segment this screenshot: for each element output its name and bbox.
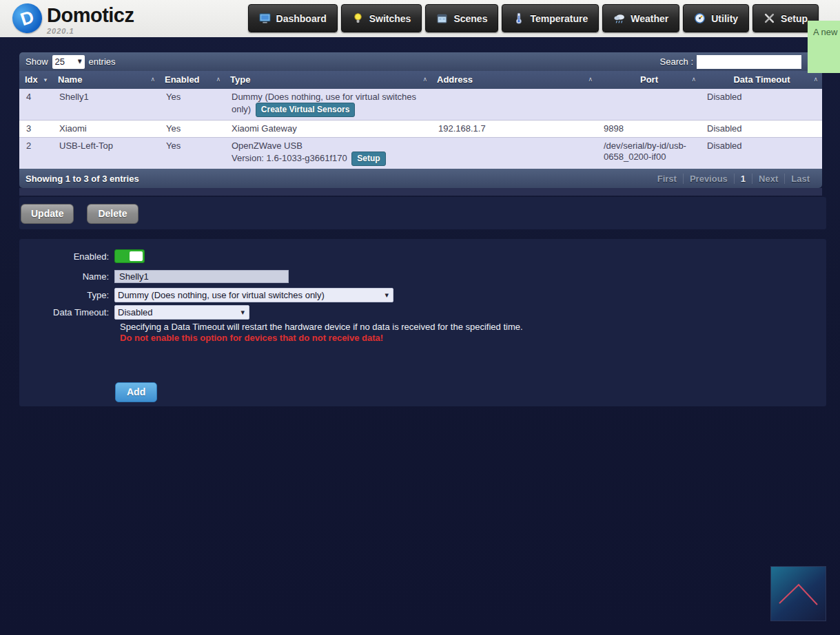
new-version-notification[interactable]: A new Version xyxy=(808,21,840,73)
name-label: Name: xyxy=(19,271,114,282)
data-timeout-label: Data Timeout: xyxy=(19,307,114,318)
nav-utility[interactable]: Utility xyxy=(683,4,749,32)
sort-asc-icon: ∧ xyxy=(588,76,593,83)
cell-data-timeout: Disabled xyxy=(700,89,822,120)
cell-address: 192.168.1.7 xyxy=(431,121,597,137)
search-input[interactable] xyxy=(697,55,801,69)
pagination-page-1[interactable]: 1 xyxy=(735,174,752,184)
update-button[interactable]: Update xyxy=(21,204,74,224)
cell-type: OpenZWave USB Version: 1.6-1033-g3661f17… xyxy=(225,138,431,169)
type-select[interactable]: Dummy (Does nothing, use for virtual swi… xyxy=(115,289,393,302)
setup-tools-icon xyxy=(764,12,775,24)
domoticz-logo-icon: D xyxy=(8,0,45,37)
scroll-to-top-button[interactable] xyxy=(770,566,826,621)
cell-idx: 4 xyxy=(19,89,52,120)
column-header-enabled[interactable]: Enabled ∧ xyxy=(159,71,225,89)
type-label: Type: xyxy=(19,290,114,300)
main-nav: Dashboard Switches Scenes Temperature We… xyxy=(248,4,819,32)
data-timeout-help: Specifying a Data Timeout will restart t… xyxy=(120,322,826,333)
cell-port xyxy=(597,89,700,120)
dashboard-icon xyxy=(259,12,271,24)
setup-button[interactable]: Setup xyxy=(351,152,385,166)
show-label: Show xyxy=(25,56,48,67)
cell-port: /dev/serial/by-id/usb-0658_0200-if00 xyxy=(597,138,700,169)
column-header-name[interactable]: Name ∧ xyxy=(52,71,159,89)
data-timeout-select[interactable]: Disabled xyxy=(115,306,249,319)
sort-asc-icon: ∧ xyxy=(422,76,427,83)
page-size-select-wrap: 25 ▾ xyxy=(52,55,85,69)
entries-label: entries xyxy=(89,56,116,67)
column-header-data-timeout[interactable]: Data Timeout ∧ xyxy=(700,71,822,89)
table-row[interactable]: 3 Xiaomi Yes Xiaomi Gateway 192.168.1.7 … xyxy=(19,120,822,137)
sort-asc-icon: ∧ xyxy=(691,76,696,83)
enabled-label: Enabled: xyxy=(19,251,114,262)
lightbulb-icon xyxy=(352,12,364,24)
table-row[interactable]: 4 Shelly1 Yes Dummy (Does nothing, use f… xyxy=(19,89,822,120)
nav-dashboard-label: Dashboard xyxy=(276,13,327,24)
table-info: Showing 1 to 3 of 3 entries xyxy=(25,174,139,184)
column-header-type[interactable]: Type ∧ xyxy=(225,71,431,89)
cell-type: Dummy (Does nothing, use for virtual swi… xyxy=(225,89,431,120)
add-button[interactable]: Add xyxy=(115,382,157,402)
type-select-wrap: Dummy (Does nothing, use for virtual swi… xyxy=(114,288,393,302)
weather-cloud-icon xyxy=(613,12,625,24)
column-header-port[interactable]: Port ∧ xyxy=(597,71,700,89)
column-header-address[interactable]: Address ∧ xyxy=(431,71,597,89)
utility-gauge-icon xyxy=(694,12,706,24)
cell-idx: 3 xyxy=(19,121,52,137)
nav-temperature-label: Temperature xyxy=(530,13,588,24)
app-version: 2020.1 xyxy=(47,27,134,35)
nav-temperature[interactable]: Temperature xyxy=(502,4,599,32)
table-bottom-strip xyxy=(19,188,822,196)
app-header: D Domoticz 2020.1 Dashboard Switches Sce… xyxy=(0,0,840,37)
nav-weather-label: Weather xyxy=(631,13,668,24)
thermometer-icon xyxy=(513,12,524,24)
pagination-last[interactable]: Last xyxy=(785,174,816,184)
data-timeout-select-wrap: Disabled ▾ xyxy=(114,305,249,320)
app-title: Domoticz xyxy=(47,3,134,27)
cell-address xyxy=(431,138,597,169)
table-topbar: Show 25 ▾ entries Search : xyxy=(19,52,822,71)
cell-name: Shelly1 xyxy=(52,89,159,120)
toggle-knob xyxy=(130,251,143,261)
pagination: First Previous 1 Next Last xyxy=(651,174,816,184)
enabled-toggle[interactable] xyxy=(114,249,145,263)
domoticz-hardware-page: D Domoticz 2020.1 Dashboard Switches Sce… xyxy=(0,0,840,635)
sort-asc-icon: ∧ xyxy=(150,76,155,83)
brand-logo: D Domoticz 2020.1 xyxy=(12,3,134,35)
table-footer: Showing 1 to 3 of 3 entries First Previo… xyxy=(19,169,822,188)
sort-asc-icon: ∧ xyxy=(813,76,818,83)
cell-enabled: Yes xyxy=(159,89,225,120)
cell-idx: 2 xyxy=(19,138,52,169)
name-input[interactable] xyxy=(114,270,289,283)
table-row[interactable]: 2 USB-Left-Top Yes OpenZWave USB Version… xyxy=(19,137,822,169)
nav-switches[interactable]: Switches xyxy=(341,4,422,32)
sort-desc-icon: ▼ xyxy=(43,77,48,83)
nav-switches-label: Switches xyxy=(369,13,411,24)
hardware-form-panel: Enabled: Name: Type: Dummy (Does nothing… xyxy=(19,239,826,406)
nav-scenes-label: Scenes xyxy=(453,13,487,24)
cell-enabled: Yes xyxy=(159,121,225,137)
cell-name: USB-Left-Top xyxy=(52,138,159,169)
cell-name: Xiaomi xyxy=(52,121,159,137)
pagination-previous[interactable]: Previous xyxy=(684,174,735,184)
cell-data-timeout: Disabled xyxy=(700,121,822,137)
delete-button[interactable]: Delete xyxy=(87,204,139,224)
pagination-first[interactable]: First xyxy=(651,174,684,184)
data-timeout-warning: Do not enable this option for devices th… xyxy=(120,333,826,344)
nav-utility-label: Utility xyxy=(711,13,738,24)
chevron-up-icon xyxy=(771,567,826,621)
pagination-next[interactable]: Next xyxy=(752,174,785,184)
hardware-table: Show 25 ▾ entries Search : Idx ▼ Name ∧ xyxy=(19,52,822,196)
create-virtual-sensors-button[interactable]: Create Virtual Sensors xyxy=(256,103,356,117)
nav-weather[interactable]: Weather xyxy=(602,4,679,32)
actions-panel: Update Delete xyxy=(19,197,826,229)
nav-scenes[interactable]: Scenes xyxy=(425,4,498,32)
cell-port: 9898 xyxy=(597,121,700,137)
page-size-select[interactable]: 25 xyxy=(52,55,85,69)
column-header-idx[interactable]: Idx ▼ xyxy=(19,71,52,89)
nav-dashboard[interactable]: Dashboard xyxy=(248,4,338,32)
table-header-row: Idx ▼ Name ∧ Enabled ∧ Type ∧ Address ∧ … xyxy=(19,71,822,89)
sort-asc-icon: ∧ xyxy=(216,76,221,83)
scenes-icon xyxy=(436,12,448,24)
